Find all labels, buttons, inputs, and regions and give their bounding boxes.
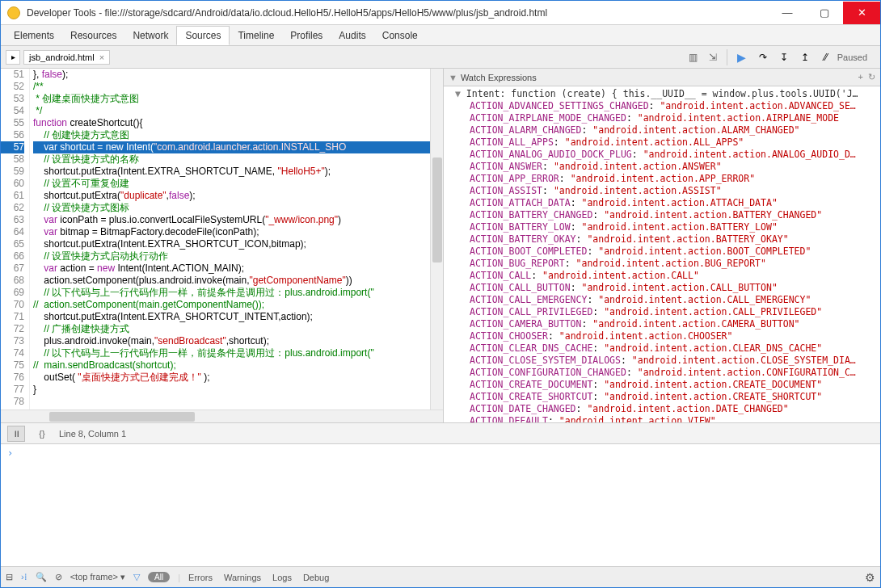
filter-errors[interactable]: Errors [188, 573, 213, 582]
console-drawer[interactable]: › [1, 443, 880, 566]
watch-property[interactable]: ACTION_DEFAULT: "android.intent.action.V… [455, 415, 880, 422]
editor-statusbar: ⏸ {} Line 8, Column 1 [1, 422, 880, 443]
titlebar: Developer Tools - file:///storage/sdcard… [1, 1, 880, 25]
tab-elements[interactable]: Elements [6, 27, 62, 44]
watch-header-label: Watch Expressions [461, 73, 537, 82]
code-editor[interactable]: }, false);/** * 创建桌面快捷方式意图 */function cr… [30, 69, 430, 410]
minimize-button[interactable]: — [769, 2, 806, 24]
tab-timeline[interactable]: Timeline [230, 27, 282, 44]
filter-icon[interactable]: ▽ [133, 572, 140, 582]
paused-label: Paused [837, 52, 875, 62]
tab-profiles[interactable]: Profiles [282, 27, 331, 44]
debugger-controls: ▶ ↷ ↧ ↥ ⁄⁄ Paused [727, 49, 880, 65]
drawer-toggle-icon[interactable]: ⊟ [6, 572, 13, 582]
code-pane: 5152535455565758596061626364656667686970… [1, 69, 444, 422]
watch-property[interactable]: ACTION_ALARM_CHANGED: "android.intent.ac… [455, 124, 880, 136]
app-icon [7, 6, 20, 19]
vertical-scrollbar[interactable] [430, 69, 443, 410]
step-into-button[interactable]: ↧ [774, 49, 794, 65]
search-icon[interactable]: 🔍 [36, 572, 47, 582]
watch-expressions-body[interactable]: ▼ Intent: function (create) { this.__UUI… [444, 86, 880, 422]
tab-network[interactable]: Network [124, 27, 176, 44]
pause-exceptions-icon[interactable]: ⏸ [7, 426, 25, 442]
watch-property[interactable]: ACTION_CREATE_SHORTCUT: "android.intent.… [455, 391, 880, 403]
watch-property[interactable]: ACTION_CONFIGURATION_CHANGED: "android.i… [455, 367, 880, 379]
main-tabs: ElementsResourcesNetworkSourcesTimelineP… [1, 25, 880, 46]
collapse-icon[interactable]: ▼ [449, 73, 457, 82]
watch-property[interactable]: ACTION_CHOOSER: "android.intent.action.C… [455, 330, 880, 342]
resume-button[interactable]: ▶ [732, 49, 752, 65]
watch-property[interactable]: ACTION_BATTERY_CHANGED: "android.intent.… [455, 209, 880, 221]
watch-property[interactable]: ACTION_ATTACH_DATA: "android.intent.acti… [455, 197, 880, 209]
watch-property[interactable]: ACTION_DATE_CHANGED: "android.intent.act… [455, 403, 880, 415]
main-area: 5152535455565758596061626364656667686970… [1, 69, 880, 422]
filter-all[interactable]: All [148, 572, 170, 582]
window-title: Developer Tools - file:///storage/sdcard… [27, 7, 769, 19]
watch-property[interactable]: ACTION_BOOT_COMPLETED: "android.intent.a… [455, 246, 880, 258]
maximize-button[interactable]: ▢ [806, 2, 843, 24]
clear-icon[interactable]: ⊘ [55, 572, 62, 582]
watch-expressions-header[interactable]: ▼ Watch Expressions + ↻ [444, 69, 880, 86]
frame-selector[interactable]: <top frame> ▾ [70, 572, 125, 582]
horizontal-scrollbar[interactable] [1, 410, 443, 422]
navigator-toggle-icon[interactable]: ▸ [6, 50, 20, 65]
watch-property[interactable]: ACTION_ASSIST: "android.intent.action.AS… [455, 185, 880, 197]
format-icon[interactable]: ⇲ [704, 49, 722, 65]
toolbar: ▸ jsb_android.html × ▥ ⇲ ▶ ↷ ↧ ↥ ⁄⁄ Paus… [1, 46, 880, 69]
watch-property[interactable]: ACTION_CLOSE_SYSTEM_DIALOGS: "android.in… [455, 355, 880, 367]
watch-property[interactable]: ACTION_CALL_PRIVILEGED: "android.intent.… [455, 306, 880, 318]
debugger-sidebar: ▼ Watch Expressions + ↻ ▼ Intent: functi… [444, 69, 880, 422]
tab-sources[interactable]: Sources [176, 26, 230, 45]
close-icon[interactable]: × [99, 52, 104, 62]
watch-property[interactable]: ACTION_ANSWER: "android.intent.action.AN… [455, 161, 880, 173]
tab-resources[interactable]: Resources [62, 27, 124, 44]
filter-warnings[interactable]: Warnings [224, 573, 261, 582]
watch-property[interactable]: ACTION_CAMERA_BUTTON: "android.intent.ac… [455, 318, 880, 330]
filter-logs[interactable]: Logs [272, 573, 292, 582]
console-prompt[interactable]: › [1, 444, 880, 462]
refresh-watch-icon[interactable]: ↻ [868, 72, 875, 82]
watch-property[interactable]: ACTION_BATTERY_LOW: "android.intent.acti… [455, 221, 880, 233]
watch-property[interactable]: ACTION_ANALOG_AUDIO_DOCK_PLUG: "android.… [455, 149, 880, 161]
tab-console[interactable]: Console [374, 27, 426, 44]
cursor-position: Line 8, Column 1 [59, 429, 126, 439]
watch-property[interactable]: ACTION_CREATE_DOCUMENT: "android.intent.… [455, 379, 880, 391]
log-filters: ErrorsWarningsLogsDebug [188, 573, 340, 582]
watch-property[interactable]: ACTION_CALL: "android.intent.action.CALL… [455, 270, 880, 282]
close-button[interactable]: ✕ [843, 2, 880, 24]
history-icon[interactable]: ▥ [685, 49, 702, 65]
tab-audits[interactable]: Audits [331, 27, 373, 44]
file-tab[interactable]: jsb_android.html × [23, 50, 110, 65]
file-tab-label: jsb_android.html [29, 52, 95, 62]
add-watch-icon[interactable]: + [858, 72, 863, 82]
watch-property[interactable]: ACTION_ALL_APPS: "android.intent.action.… [455, 136, 880, 149]
pretty-print-icon[interactable]: {} [33, 426, 51, 442]
watch-property[interactable]: ACTION_CALL_EMERGENCY: "android.intent.a… [455, 294, 880, 306]
settings-icon[interactable]: ⚙ [865, 571, 875, 584]
console-toggle-icon[interactable]: ›⁞ [21, 572, 27, 582]
watch-property[interactable]: ACTION_CLEAR_DNS_CACHE: "android.intent.… [455, 342, 880, 355]
filter-debug[interactable]: Debug [303, 573, 329, 582]
deactivate-breakpoints-button[interactable]: ⁄⁄ [816, 49, 836, 65]
watch-property[interactable]: ACTION_BATTERY_OKAY: "android.intent.act… [455, 233, 880, 246]
bottom-toolbar: ⊟ ›⁞ 🔍 ⊘ <top frame> ▾ ▽ All | ErrorsWar… [1, 566, 880, 587]
step-over-button[interactable]: ↷ [753, 49, 773, 65]
line-gutter[interactable]: 5152535455565758596061626364656667686970… [1, 69, 30, 410]
step-out-button[interactable]: ↥ [795, 49, 815, 65]
watch-property[interactable]: ACTION_APP_ERROR: "android.intent.action… [455, 173, 880, 185]
window-controls: — ▢ ✕ [769, 2, 880, 24]
watch-property[interactable]: ACTION_AIRPLANE_MODE_CHANGED: "android.i… [455, 112, 880, 124]
watch-property[interactable]: ACTION_ADVANCED_SETTINGS_CHANGED: "andro… [455, 100, 880, 112]
watch-property[interactable]: ACTION_BUG_REPORT: "android.intent.actio… [455, 258, 880, 270]
watch-property[interactable]: ACTION_CALL_BUTTON: "android.intent.acti… [455, 282, 880, 294]
